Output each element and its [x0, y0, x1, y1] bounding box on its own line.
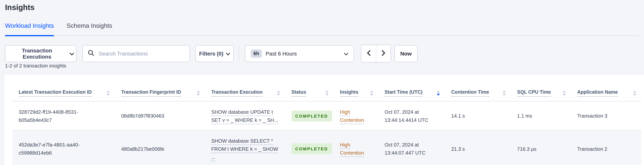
cell-latest-execution-id: 328729d2-ff19-4408-8531-b05a5b4e43c7: [12, 101, 115, 130]
status-badge: COMPLETED: [292, 110, 332, 121]
transaction-insights-table: Latest Transaction Execution ID Transact…: [12, 75, 641, 165]
table-header-row: Latest Transaction Execution ID Transact…: [12, 75, 641, 101]
chevron-down-icon: [344, 51, 348, 57]
column-header-status[interactable]: Status: [285, 75, 334, 101]
time-pager: [361, 45, 391, 62]
column-header-sql-cpu-time[interactable]: SQL CPU Time: [511, 75, 571, 101]
cell-start-time: Oct 07, 2024 at 13:44:14.4414 UTC: [378, 101, 445, 130]
cell-sql-cpu-time: 716.3 µs: [511, 130, 571, 165]
sort-icon[interactable]: [503, 91, 506, 96]
sort-icon[interactable]: [107, 91, 110, 96]
search-box: [82, 45, 190, 62]
cell-fingerprint-id: 480a8b217be006fe: [115, 130, 205, 165]
cell-contention-time: 14.1 s: [445, 101, 511, 130]
column-header-start-time[interactable]: Start Time (UTC): [378, 75, 445, 101]
previous-time-window-button[interactable]: [361, 45, 376, 62]
cell-contention-time: 21.3 s: [445, 130, 511, 165]
search-icon: [88, 50, 94, 58]
sort-icon-active-desc[interactable]: [437, 91, 440, 96]
tab-bar: Workload Insights Schema Insights: [5, 22, 640, 36]
toolbar: Transaction Executions Filters (0) 6h Pa…: [5, 45, 418, 62]
tab-schema-insights[interactable]: Schema Insights: [67, 22, 112, 36]
now-label: Now: [400, 51, 412, 57]
column-header-transaction-execution[interactable]: Transaction Execution: [205, 75, 285, 101]
table-row: 452da3e7-e7fa-4801-aa40-c59988d14eb6 480…: [12, 130, 641, 165]
tab-workload-insights[interactable]: Workload Insights: [5, 22, 54, 36]
sort-icon[interactable]: [326, 91, 328, 96]
chevron-down-icon: [226, 51, 230, 57]
sort-icon[interactable]: [197, 91, 200, 96]
page-title: Insights: [5, 3, 34, 12]
filters-button[interactable]: Filters (0): [195, 45, 234, 62]
results-count: 1-2 of 2 transaction insights: [5, 63, 66, 69]
high-contention-link[interactable]: High Contention: [340, 142, 364, 156]
filters-label: Filters (0): [199, 51, 224, 57]
column-header-latest-transaction-execution-id[interactable]: Latest Transaction Execution ID: [12, 75, 115, 101]
column-header-application-name[interactable]: Application Name: [571, 75, 641, 101]
search-input[interactable]: [98, 50, 186, 57]
status-badge: COMPLETED: [292, 143, 332, 154]
transaction-execution-link[interactable]: SHOW database UPDATE t SET v = _ WHERE k…: [211, 109, 278, 123]
cell-latest-execution-id: 452da3e7-e7fa-4801-aa40-c59988d14eb6: [12, 130, 115, 165]
column-header-insights[interactable]: Insights: [334, 75, 378, 101]
toolbar-divider: [239, 45, 239, 62]
sort-icon[interactable]: [563, 91, 566, 96]
table-row: 328729d2-ff19-4408-8531-b05a5b4e43c7 08d…: [12, 101, 641, 130]
cell-start-time: Oct 07, 2024 at 13:44:07.447 UTC: [378, 130, 445, 165]
now-button[interactable]: Now: [394, 45, 418, 62]
insights-table-card: Latest Transaction Execution ID Transact…: [4, 75, 644, 165]
time-range-label: Past 6 Hours: [266, 51, 297, 57]
time-range-badge: 6h: [251, 49, 262, 58]
execution-type-label: Transaction Executions: [8, 47, 66, 60]
cell-fingerprint-id: 08d8b7d97f830463: [115, 101, 205, 130]
cell-application-name: Transaction 3: [571, 101, 641, 130]
column-header-transaction-fingerprint-id[interactable]: Transaction Fingerprint ID: [115, 75, 205, 101]
sort-icon[interactable]: [277, 91, 280, 96]
time-range-select[interactable]: 6h Past 6 Hours: [245, 45, 354, 62]
execution-type-select[interactable]: Transaction Executions: [5, 45, 77, 62]
cell-sql-cpu-time: 1.1 ms: [511, 101, 571, 130]
high-contention-link[interactable]: High Contention: [340, 109, 364, 123]
cell-application-name: Transaction 2: [571, 130, 641, 165]
sort-icon[interactable]: [633, 91, 636, 96]
column-header-contention-time[interactable]: Contention Time: [445, 75, 511, 101]
chevron-down-icon: [70, 51, 74, 57]
chevron-left-icon: [367, 50, 370, 57]
next-time-window-button[interactable]: [376, 45, 390, 62]
insights-page: Insights Workload Insights Schema Insigh…: [0, 0, 644, 165]
transaction-execution-link[interactable]: SHOW database SELECT * FROM t WHERE k = …: [211, 138, 278, 160]
sort-icon[interactable]: [370, 91, 373, 96]
chevron-right-icon: [382, 50, 385, 57]
